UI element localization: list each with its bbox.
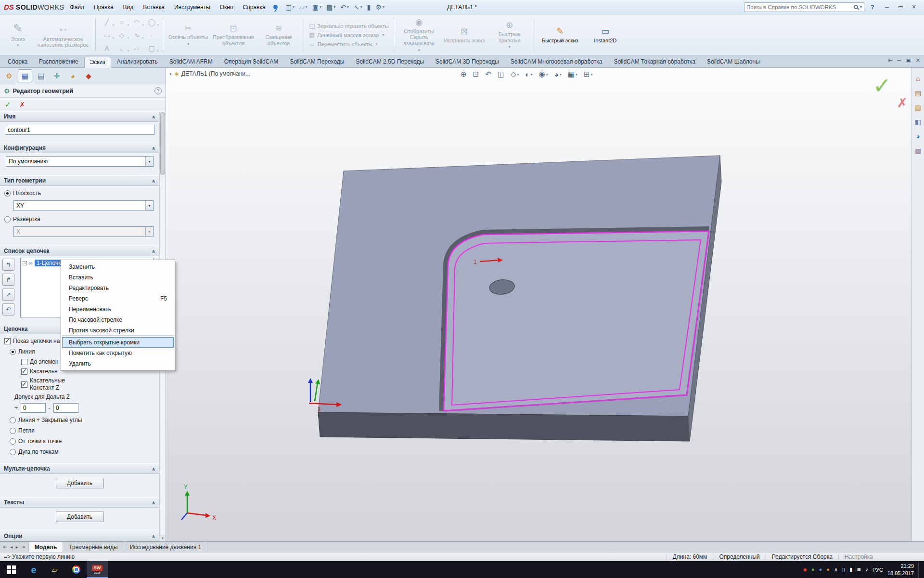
window-minimize-button[interactable]: ─ — [881, 2, 893, 12]
show-desktop-button[interactable] — [918, 561, 921, 578]
tray-chevron-icon[interactable]: ∧ — [834, 567, 838, 572]
command-tab[interactable]: SolidCAM Многоосевая обработка — [505, 56, 608, 67]
tangent-const-z-checkbox[interactable] — [21, 381, 27, 388]
plane-radio[interactable] — [4, 190, 11, 197]
ellipse-icon[interactable]: ◯ — [144, 16, 159, 28]
context-menu-item[interactable]: Реверс F5 — [62, 293, 174, 304]
doc-minimize-icon[interactable]: ─ — [898, 57, 901, 64]
print-icon[interactable]: ▤ — [325, 3, 336, 12]
tangent-checkbox[interactable] — [21, 368, 27, 375]
smart-dimension-button[interactable]: ⇔ Автоматическое нанесение размеров — [34, 16, 92, 54]
simulation-tab-icon[interactable]: ◆ — [81, 69, 96, 82]
tab-scroll-next-icon[interactable]: ▸ — [15, 544, 18, 550]
rebuild-icon[interactable]: ▮ — [366, 3, 372, 12]
tray-network-icon[interactable]: ≋ — [857, 567, 861, 572]
tray-blue-icon[interactable]: ● — [819, 567, 822, 572]
status-custom-button[interactable]: Настройка — [838, 553, 879, 560]
delta-minus-input[interactable] — [53, 403, 78, 413]
help-search-input[interactable]: Поиск в Справке по SOLIDWORKS ▾ — [744, 2, 864, 12]
previous-view-icon[interactable]: ↶ — [485, 70, 491, 79]
scrollbar-down-icon[interactable] — [160, 535, 166, 541]
zoom-fit-icon[interactable]: ⊕ — [461, 70, 467, 79]
tab-scroll-prev-icon[interactable]: ◂ — [10, 544, 13, 550]
context-menu-item[interactable]: Вставить — [62, 272, 174, 283]
repair-sketch-button[interactable]: ⊠ Исправить эскиз — [442, 16, 487, 54]
command-tab[interactable]: SolidCAM AFRM — [164, 56, 218, 67]
new-document-icon[interactable]: ▢ — [284, 3, 295, 12]
command-tab[interactable]: SolidCAM 3D Переходы — [430, 56, 505, 67]
arc-by-points-radio[interactable] — [10, 449, 16, 455]
quick-snaps-button[interactable]: ⊕ Быстрые привязки — [488, 16, 532, 54]
context-menu-item[interactable]: Заменить — [62, 262, 174, 272]
section-configuration-header[interactable]: Конфигурация — [0, 143, 159, 153]
model-canvas[interactable]: 1 1 Y — [166, 68, 924, 541]
file-explorer-icon[interactable]: ▨ — [915, 104, 921, 111]
chain-undo-icon[interactable]: ↶ — [2, 303, 14, 315]
search-chevron-icon[interactable]: ▾ — [860, 5, 862, 9]
doc-restore-icon[interactable]: ▣ — [906, 57, 911, 64]
rectangle-icon[interactable]: ▭ — [100, 29, 114, 41]
move-entities-button[interactable]: ↔ Переместить объекты — [309, 40, 389, 48]
display-relations-button[interactable]: ◉ Отобразить/Скрыть взаимосвязи — [397, 16, 441, 54]
menu-item[interactable]: Справка — [242, 3, 267, 12]
multi-chain-add-button[interactable]: Добавить — [56, 478, 104, 488]
search-icon[interactable] — [854, 5, 858, 9]
pocket-floor[interactable] — [444, 231, 709, 411]
tray-display-icon[interactable]: ▯ — [842, 567, 845, 572]
tray-solidworks-icon[interactable]: ◆ — [803, 567, 807, 572]
taskbar-edge[interactable]: e — [23, 561, 44, 578]
help-button[interactable]: ? — [868, 4, 877, 11]
tray-orange-icon[interactable]: ● — [826, 567, 830, 572]
fillet-icon[interactable]: ◟ — [115, 42, 129, 54]
context-menu-item[interactable]: Удалить — [62, 358, 174, 369]
feature-breadcrumb[interactable]: ▸ ◈ ДЕТАЛЬ1 (По умолчани... — [170, 70, 250, 77]
tab-scroll-last-icon[interactable]: ⇥ — [21, 544, 25, 550]
panel-help-button[interactable]: ? — [154, 87, 162, 94]
appearances-icon[interactable]: ◕ — [916, 132, 920, 140]
open-icon[interactable]: ▱ — [298, 3, 308, 12]
undo-icon[interactable]: ↶ — [339, 3, 350, 12]
menu-item[interactable]: Вид — [122, 3, 135, 12]
section-view-icon[interactable]: ◫ — [498, 70, 504, 79]
texts-add-button[interactable]: Добавить — [56, 512, 104, 522]
design-library-icon[interactable]: ▤ — [915, 89, 921, 97]
loop-radio[interactable] — [10, 428, 16, 434]
chain-skip-icon[interactable]: ↱ — [2, 274, 14, 286]
line-icon[interactable]: ╱ — [100, 16, 114, 28]
context-menu-item[interactable]: По часовой стрелке — [62, 315, 174, 325]
ribbon-pin-icon[interactable]: ⇤ — [888, 57, 892, 64]
command-tab[interactable]: Расположение — [33, 56, 84, 67]
model-tab[interactable]: Трехмерные виды — [63, 542, 124, 552]
evaluate-tab-icon[interactable]: ◕ — [65, 69, 80, 82]
view-palette-icon[interactable]: ◧ — [915, 118, 921, 126]
configurations-tab-icon[interactable]: ▤ — [34, 69, 48, 82]
model-tab[interactable]: Модель — [29, 542, 63, 552]
menu-item[interactable]: Файл — [69, 3, 86, 12]
line-closed-corners-radio[interactable] — [10, 417, 16, 423]
plane-axis-select[interactable]: XY — [13, 200, 154, 211]
sketch-button[interactable]: ✎ Эскиз — [3, 16, 33, 54]
solidcam-tab-icon[interactable]: ⚙ — [2, 69, 16, 82]
view-settings-icon[interactable]: ⊞ — [584, 70, 593, 79]
chevron-down-icon[interactable] — [145, 157, 153, 166]
language-indicator[interactable]: РУС — [873, 567, 883, 573]
command-tab[interactable]: SolidCAM 2.5D Переходы — [350, 56, 430, 67]
taskbar-explorer[interactable]: ▱ — [44, 561, 65, 578]
mirror-entities-button[interactable]: ◫ Зеркально отразить объекты — [309, 22, 389, 29]
zoom-area-icon[interactable]: ⊡ — [473, 70, 479, 79]
section-chain-list-header[interactable]: Список цепочек — [0, 246, 159, 256]
spline-icon[interactable]: ∿ — [129, 29, 144, 41]
trim-entities-button[interactable]: ✂ Отсечь объекты — [166, 16, 210, 54]
command-tab[interactable]: Анализировать — [111, 56, 164, 67]
command-tab[interactable]: Операция SolidCAM — [218, 56, 284, 67]
context-menu-item[interactable]: Редактировать — [62, 283, 174, 293]
rapid-sketch-button[interactable]: ✎ Быстрый эскиз — [538, 16, 582, 54]
chevron-down-icon[interactable] — [145, 201, 153, 210]
tree-collapse-icon[interactable] — [23, 261, 27, 265]
context-menu-item[interactable]: Переименовать — [62, 304, 174, 315]
display-style-icon[interactable]: ◐ — [525, 70, 532, 79]
command-tab[interactable]: SolidCAM Переходы — [284, 56, 350, 67]
arc-icon[interactable]: ◠ — [129, 16, 144, 28]
menu-item[interactable]: Окно — [219, 3, 234, 12]
pin-icon[interactable] — [273, 5, 278, 9]
